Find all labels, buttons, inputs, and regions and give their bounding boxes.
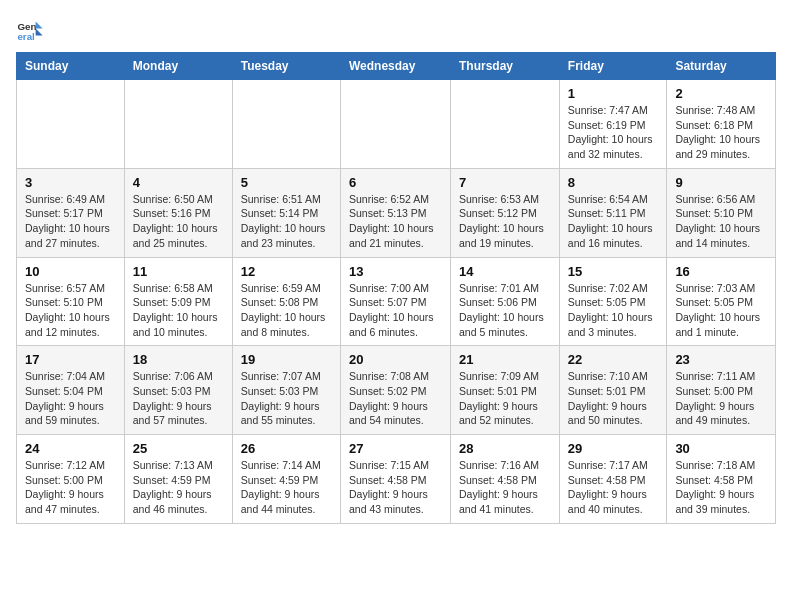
calendar-cell: 9Sunrise: 6:56 AM Sunset: 5:10 PM Daylig… [667,168,776,257]
calendar-cell: 17Sunrise: 7:04 AM Sunset: 5:04 PM Dayli… [17,346,125,435]
day-info: Sunrise: 7:47 AM Sunset: 6:19 PM Dayligh… [568,103,659,162]
day-number: 10 [25,264,116,279]
day-info: Sunrise: 7:17 AM Sunset: 4:58 PM Dayligh… [568,458,659,517]
calendar-cell: 15Sunrise: 7:02 AM Sunset: 5:05 PM Dayli… [559,257,667,346]
calendar-cell: 16Sunrise: 7:03 AM Sunset: 5:05 PM Dayli… [667,257,776,346]
calendar-cell: 23Sunrise: 7:11 AM Sunset: 5:00 PM Dayli… [667,346,776,435]
calendar-cell: 2Sunrise: 7:48 AM Sunset: 6:18 PM Daylig… [667,80,776,169]
week-row-1: 1Sunrise: 7:47 AM Sunset: 6:19 PM Daylig… [17,80,776,169]
header-monday: Monday [124,53,232,80]
day-info: Sunrise: 7:48 AM Sunset: 6:18 PM Dayligh… [675,103,767,162]
day-number: 25 [133,441,224,456]
header-saturday: Saturday [667,53,776,80]
day-number: 8 [568,175,659,190]
day-info: Sunrise: 6:52 AM Sunset: 5:13 PM Dayligh… [349,192,442,251]
day-info: Sunrise: 6:58 AM Sunset: 5:09 PM Dayligh… [133,281,224,340]
calendar-cell: 25Sunrise: 7:13 AM Sunset: 4:59 PM Dayli… [124,435,232,524]
calendar-cell: 27Sunrise: 7:15 AM Sunset: 4:58 PM Dayli… [340,435,450,524]
calendar-cell: 10Sunrise: 6:57 AM Sunset: 5:10 PM Dayli… [17,257,125,346]
day-info: Sunrise: 7:02 AM Sunset: 5:05 PM Dayligh… [568,281,659,340]
day-number: 20 [349,352,442,367]
day-info: Sunrise: 6:54 AM Sunset: 5:11 PM Dayligh… [568,192,659,251]
week-row-2: 3Sunrise: 6:49 AM Sunset: 5:17 PM Daylig… [17,168,776,257]
calendar-cell: 12Sunrise: 6:59 AM Sunset: 5:08 PM Dayli… [232,257,340,346]
day-info: Sunrise: 7:16 AM Sunset: 4:58 PM Dayligh… [459,458,551,517]
day-info: Sunrise: 7:14 AM Sunset: 4:59 PM Dayligh… [241,458,332,517]
day-info: Sunrise: 7:01 AM Sunset: 5:06 PM Dayligh… [459,281,551,340]
calendar-cell: 29Sunrise: 7:17 AM Sunset: 4:58 PM Dayli… [559,435,667,524]
header-thursday: Thursday [451,53,560,80]
calendar-cell: 21Sunrise: 7:09 AM Sunset: 5:01 PM Dayli… [451,346,560,435]
day-number: 11 [133,264,224,279]
calendar-cell [340,80,450,169]
day-number: 30 [675,441,767,456]
day-number: 14 [459,264,551,279]
day-number: 13 [349,264,442,279]
day-number: 29 [568,441,659,456]
day-number: 22 [568,352,659,367]
day-number: 19 [241,352,332,367]
day-number: 2 [675,86,767,101]
day-number: 21 [459,352,551,367]
svg-marker-2 [36,22,43,29]
header-friday: Friday [559,53,667,80]
day-info: Sunrise: 7:03 AM Sunset: 5:05 PM Dayligh… [675,281,767,340]
day-info: Sunrise: 7:15 AM Sunset: 4:58 PM Dayligh… [349,458,442,517]
calendar-cell [232,80,340,169]
calendar-cell: 20Sunrise: 7:08 AM Sunset: 5:02 PM Dayli… [340,346,450,435]
day-info: Sunrise: 7:08 AM Sunset: 5:02 PM Dayligh… [349,369,442,428]
calendar-table: SundayMondayTuesdayWednesdayThursdayFrid… [16,52,776,524]
week-row-3: 10Sunrise: 6:57 AM Sunset: 5:10 PM Dayli… [17,257,776,346]
header-row: SundayMondayTuesdayWednesdayThursdayFrid… [17,53,776,80]
day-number: 17 [25,352,116,367]
header-wednesday: Wednesday [340,53,450,80]
calendar-cell: 26Sunrise: 7:14 AM Sunset: 4:59 PM Dayli… [232,435,340,524]
day-info: Sunrise: 7:04 AM Sunset: 5:04 PM Dayligh… [25,369,116,428]
day-info: Sunrise: 6:59 AM Sunset: 5:08 PM Dayligh… [241,281,332,340]
calendar-cell [17,80,125,169]
day-number: 24 [25,441,116,456]
day-info: Sunrise: 6:53 AM Sunset: 5:12 PM Dayligh… [459,192,551,251]
day-number: 1 [568,86,659,101]
day-info: Sunrise: 6:49 AM Sunset: 5:17 PM Dayligh… [25,192,116,251]
svg-text:eral: eral [17,31,35,42]
calendar-cell: 11Sunrise: 6:58 AM Sunset: 5:09 PM Dayli… [124,257,232,346]
svg-marker-3 [36,29,43,36]
calendar-cell: 22Sunrise: 7:10 AM Sunset: 5:01 PM Dayli… [559,346,667,435]
logo-icon: Gen eral [16,16,44,44]
day-number: 5 [241,175,332,190]
day-info: Sunrise: 7:10 AM Sunset: 5:01 PM Dayligh… [568,369,659,428]
day-number: 18 [133,352,224,367]
day-info: Sunrise: 7:09 AM Sunset: 5:01 PM Dayligh… [459,369,551,428]
calendar-cell: 18Sunrise: 7:06 AM Sunset: 5:03 PM Dayli… [124,346,232,435]
day-info: Sunrise: 7:12 AM Sunset: 5:00 PM Dayligh… [25,458,116,517]
day-number: 7 [459,175,551,190]
calendar-cell: 1Sunrise: 7:47 AM Sunset: 6:19 PM Daylig… [559,80,667,169]
day-info: Sunrise: 7:07 AM Sunset: 5:03 PM Dayligh… [241,369,332,428]
calendar-cell [451,80,560,169]
day-number: 27 [349,441,442,456]
day-number: 12 [241,264,332,279]
day-info: Sunrise: 7:13 AM Sunset: 4:59 PM Dayligh… [133,458,224,517]
calendar-cell: 19Sunrise: 7:07 AM Sunset: 5:03 PM Dayli… [232,346,340,435]
calendar-cell: 3Sunrise: 6:49 AM Sunset: 5:17 PM Daylig… [17,168,125,257]
day-number: 9 [675,175,767,190]
logo: Gen eral [16,16,48,44]
calendar-cell: 28Sunrise: 7:16 AM Sunset: 4:58 PM Dayli… [451,435,560,524]
day-info: Sunrise: 6:50 AM Sunset: 5:16 PM Dayligh… [133,192,224,251]
calendar-cell: 4Sunrise: 6:50 AM Sunset: 5:16 PM Daylig… [124,168,232,257]
week-row-4: 17Sunrise: 7:04 AM Sunset: 5:04 PM Dayli… [17,346,776,435]
calendar-cell: 6Sunrise: 6:52 AM Sunset: 5:13 PM Daylig… [340,168,450,257]
day-number: 15 [568,264,659,279]
day-number: 16 [675,264,767,279]
day-number: 4 [133,175,224,190]
day-info: Sunrise: 6:51 AM Sunset: 5:14 PM Dayligh… [241,192,332,251]
calendar-cell: 24Sunrise: 7:12 AM Sunset: 5:00 PM Dayli… [17,435,125,524]
day-info: Sunrise: 7:18 AM Sunset: 4:58 PM Dayligh… [675,458,767,517]
calendar-cell: 30Sunrise: 7:18 AM Sunset: 4:58 PM Dayli… [667,435,776,524]
header-tuesday: Tuesday [232,53,340,80]
calendar-cell: 5Sunrise: 6:51 AM Sunset: 5:14 PM Daylig… [232,168,340,257]
day-number: 6 [349,175,442,190]
calendar-cell: 8Sunrise: 6:54 AM Sunset: 5:11 PM Daylig… [559,168,667,257]
calendar-cell: 14Sunrise: 7:01 AM Sunset: 5:06 PM Dayli… [451,257,560,346]
